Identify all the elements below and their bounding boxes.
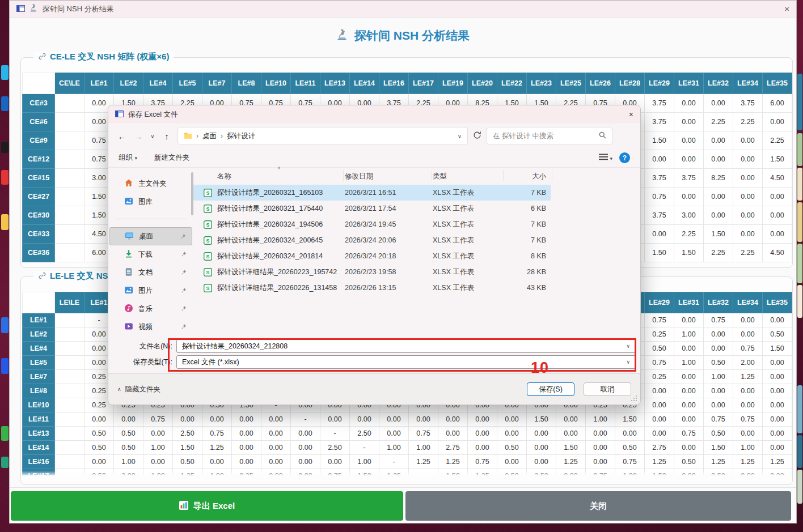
back-icon[interactable]: ← — [116, 131, 128, 141]
matrix-cell: 1.25 — [733, 370, 763, 384]
matrix-col-header: LE#11 — [291, 73, 320, 94]
matrix-cell: 1.00 — [674, 327, 704, 342]
annotation-number: 10 — [531, 359, 549, 377]
microscope-icon — [336, 28, 349, 44]
breadcrumb-folder[interactable]: 探针设计 — [227, 131, 255, 141]
column-header-size[interactable]: 大小 — [504, 172, 546, 181]
matrix-blank-cell — [55, 169, 84, 188]
matrix-cell: 0.75 — [704, 313, 733, 327]
matrix-cell: 0.00 — [733, 206, 763, 225]
matrix-col-header: LE#7 — [202, 73, 232, 94]
file-size: 7 KB — [504, 220, 546, 228]
matrix-row-label: CE#30 — [23, 206, 55, 225]
hide-folders-button[interactable]: ∧ 隐藏文件夹 — [117, 385, 160, 394]
matrix-corner-cell — [23, 73, 55, 94]
file-row[interactable]: S探针设计结果_20260324_2018142026/3/24 20:18XL… — [193, 248, 551, 264]
column-header-name[interactable]: 名称 — [217, 172, 345, 181]
documents-icon — [124, 267, 133, 278]
column-divider[interactable] — [552, 170, 552, 181]
matrix-blank-cell — [55, 131, 84, 150]
history-chevron-icon[interactable]: ∨ — [149, 133, 156, 139]
matrix-cell: 0.00 — [527, 427, 556, 441]
column-header-date[interactable]: 修改日期 — [345, 172, 433, 181]
help-icon[interactable]: ? — [619, 152, 630, 163]
sidebar-item-desktop[interactable]: 桌面 — [109, 227, 192, 245]
matrix-cell: 1.50 — [763, 342, 792, 356]
matrix-cell: 0.00 — [291, 455, 320, 469]
matrix-cell: 0.00 — [733, 398, 763, 412]
matrix-cell: 0.00 — [232, 412, 261, 427]
sidebar-item-gallery[interactable]: 图库 — [109, 193, 192, 211]
organize-menu[interactable]: 组织 ▾ — [119, 153, 137, 163]
view-list-icon[interactable]: ▾ — [599, 154, 612, 162]
file-row[interactable]: S探针设计结果_20260321_1651032026/3/21 16:51XL… — [193, 185, 551, 201]
gallery-icon — [124, 197, 133, 207]
matrix-cell: 0.00 — [143, 455, 173, 469]
matrix-corner-cell — [23, 292, 55, 313]
matrix-cell: 1.00 — [350, 455, 379, 469]
sidebar-item-home[interactable]: 主文件夹 — [109, 175, 192, 193]
breadcrumb-separator: › — [221, 132, 223, 140]
matrix-row-label: LE#5 — [23, 356, 55, 370]
column-divider[interactable] — [432, 170, 432, 181]
up-icon[interactable]: ↑ — [161, 131, 172, 141]
matrix-row-label: CE#27 — [23, 188, 55, 206]
file-row[interactable]: S探针设计结果_20260324_2006452026/3/24 20:06XL… — [193, 232, 551, 248]
svg-text:S: S — [206, 190, 209, 196]
file-row[interactable]: S探针设计结果_20260321_1754402026/3/21 17:54XL… — [193, 201, 551, 216]
close-dialog-button[interactable]: 关闭 — [405, 491, 791, 521]
export-excel-button[interactable]: 导出 Excel — [11, 491, 403, 521]
matrix-cell: 0.00 — [733, 313, 763, 327]
matrix-col-header: LE#31 — [674, 292, 704, 313]
pictures-icon — [124, 286, 133, 296]
matrix-cell: 0.00 — [202, 455, 232, 469]
file-row[interactable]: S探针设计详细结果_20260226_1314582026/2/26 13:15… — [193, 280, 551, 296]
matrix-cell: 0.75 — [733, 412, 763, 427]
file-date: 2026/3/24 19:45 — [345, 220, 433, 228]
refresh-icon[interactable] — [473, 131, 481, 142]
matrix-cell: 0.00 — [733, 188, 763, 206]
matrix-cell: 2.50 — [173, 427, 202, 441]
matrix-cell: 0.75 — [645, 313, 674, 327]
matrix-cell: 2.25 — [763, 131, 792, 150]
dialog-footer: ∧ 隐藏文件夹 保存(S) 取消 — [108, 373, 640, 405]
sidebar-item-pictures[interactable]: 图片 — [109, 282, 192, 300]
matrix-cell: 0.00 — [674, 131, 704, 150]
search-input[interactable]: 在 探针设计 中搜索 — [487, 127, 612, 145]
matrix-cell: 0.00 — [704, 150, 733, 169]
save-button[interactable]: 保存(S) — [527, 382, 574, 396]
matrix-cell: 0.00 — [674, 412, 704, 427]
dialog-close-icon[interactable]: × — [629, 110, 633, 119]
breadcrumb-desktop[interactable]: 桌面 — [202, 131, 217, 141]
file-date: 2026/3/24 20:18 — [345, 252, 433, 260]
address-dropdown-icon[interactable]: ∨ — [458, 133, 462, 139]
column-divider[interactable] — [503, 170, 504, 181]
column-divider[interactable] — [343, 170, 344, 181]
sidebar-item-music[interactable]: 音乐 — [109, 300, 192, 318]
new-folder-button[interactable]: 新建文件夹 — [154, 153, 190, 163]
sidebar-item-videos[interactable]: 视频 — [109, 318, 192, 336]
forward-icon[interactable]: → — [133, 131, 144, 141]
matrix-row-label: CE#33 — [23, 225, 55, 244]
matrix-cell: 4.50 — [763, 244, 792, 262]
sidebar-item-downloads[interactable]: 下载 — [109, 245, 192, 263]
window-close-icon[interactable]: × — [784, 4, 789, 14]
matrix-cell: 1.50 — [527, 412, 556, 427]
matrix-cell: 0.00 — [645, 427, 674, 441]
matrix-cell: 0.00 — [468, 412, 497, 427]
file-type: XLSX 工作表 — [433, 204, 504, 214]
column-header-type[interactable]: 类型 — [433, 172, 504, 181]
file-row[interactable]: S探针设计详细结果_20260223_1957422026/2/23 19:58… — [193, 264, 551, 280]
address-bar[interactable]: › 桌面 › 探针设计 ∨ — [177, 127, 468, 145]
desktop-icon-fragment — [1, 96, 9, 111]
file-size: 7 KB — [504, 189, 546, 197]
cancel-button[interactable]: 取消 — [584, 382, 631, 396]
matrix-cell: 0.75 — [143, 412, 173, 427]
sidebar-item-documents[interactable]: 文档 — [109, 263, 192, 282]
desktop-icon-fragment — [1, 142, 9, 153]
file-row[interactable]: S探针设计结果_20260324_1945062026/3/24 19:45XL… — [193, 216, 551, 232]
file-list: ∧ 名称 修改日期 类型 大小 S探针设计结果_20260321_1651032… — [193, 168, 640, 337]
matrix-cell: 3.75 — [645, 94, 674, 113]
resize-grip[interactable] — [631, 395, 637, 401]
matrix-col-header: LE#34 — [733, 292, 763, 313]
